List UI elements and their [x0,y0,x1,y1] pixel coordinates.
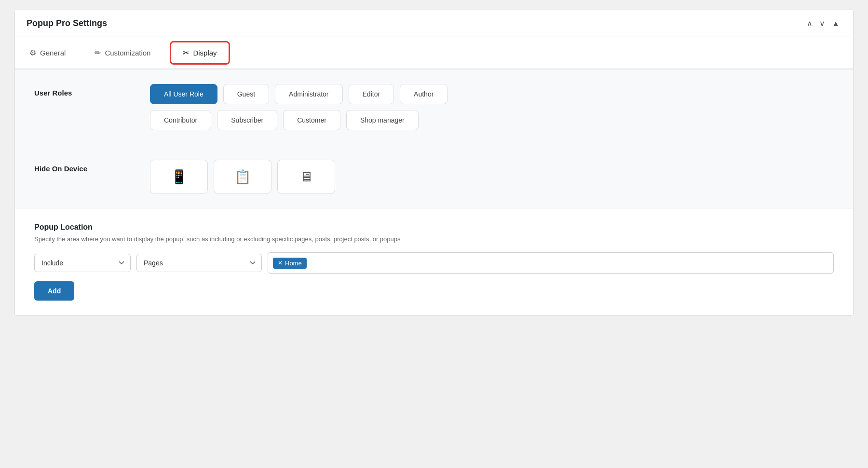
tags-input-field[interactable]: ✕ Home [268,252,834,274]
tab-display-label: Display [193,49,217,57]
edit-icon: ✏ [95,48,101,57]
gear-icon: ⚙ [29,48,36,57]
collapse-down-button[interactable]: ∨ [817,18,827,29]
popup-location-section: Popup Location Specify the area where yo… [15,208,853,315]
role-btn-shop-manager[interactable]: Shop manager [346,110,419,130]
tag-home: ✕ Home [273,258,307,269]
device-buttons-container: 📱 📋 🖥 [150,160,834,193]
device-btn-mobile[interactable]: 📱 [150,160,208,193]
user-roles-section: User Roles All User Role Guest Administr… [15,69,853,145]
tab-customization[interactable]: ✏ Customization [80,37,165,69]
collapse-up-button[interactable]: ∧ [805,18,814,29]
role-buttons-row2: Contributor Subscriber Customer Shop man… [150,110,834,130]
popup-location-title: Popup Location [34,223,834,232]
add-button[interactable]: Add [34,281,74,301]
role-btn-administrator[interactable]: Administrator [275,84,342,104]
tabs-bar: ⚙ General ✏ Customization ✂ Display [15,37,853,69]
include-select[interactable]: Include Exclude [34,254,131,272]
panel-title: Popup Pro Settings [27,18,107,28]
role-buttons-container: All User Role Guest Administrator Editor… [150,84,834,104]
tablet-icon: 📋 [234,169,251,185]
device-btn-tablet[interactable]: 📋 [214,160,271,193]
hide-on-device-content: 📱 📋 🖥 [150,160,834,193]
role-btn-guest[interactable]: Guest [223,84,269,104]
tag-remove-icon[interactable]: ✕ [278,260,283,266]
device-btn-desktop[interactable]: 🖥 [277,160,335,193]
hide-on-device-label: Hide On Device [34,160,131,173]
location-row: Include Exclude Pages Posts Categories T… [34,252,834,274]
scissors-icon: ✂ [183,48,189,57]
tab-display[interactable]: ✂ Display [170,41,230,65]
role-btn-author[interactable]: Author [400,84,448,104]
tag-label: Home [285,260,302,267]
pages-select[interactable]: Pages Posts Categories Tags [136,254,262,272]
role-btn-contributor[interactable]: Contributor [150,110,211,130]
popup-location-desc: Specify the area where you want to displ… [34,235,834,243]
tab-general[interactable]: ⚙ General [15,37,80,69]
role-btn-customer[interactable]: Customer [283,110,340,130]
tab-general-label: General [40,49,66,57]
role-btn-all[interactable]: All User Role [150,84,217,104]
user-roles-content: All User Role Guest Administrator Editor… [150,84,834,130]
mobile-icon: 📱 [171,169,188,185]
content-area: User Roles All User Role Guest Administr… [15,69,853,315]
panel-header: Popup Pro Settings ∧ ∨ ▲ [15,10,853,37]
role-btn-subscriber[interactable]: Subscriber [217,110,277,130]
desktop-icon: 🖥 [299,169,313,185]
tab-customization-label: Customization [105,49,150,57]
panel-controls: ∧ ∨ ▲ [805,18,841,29]
role-btn-editor[interactable]: Editor [349,84,394,104]
hide-on-device-section: Hide On Device 📱 📋 🖥 [15,145,853,208]
user-roles-label: User Roles [34,84,131,97]
collapse-button[interactable]: ▲ [830,18,841,29]
